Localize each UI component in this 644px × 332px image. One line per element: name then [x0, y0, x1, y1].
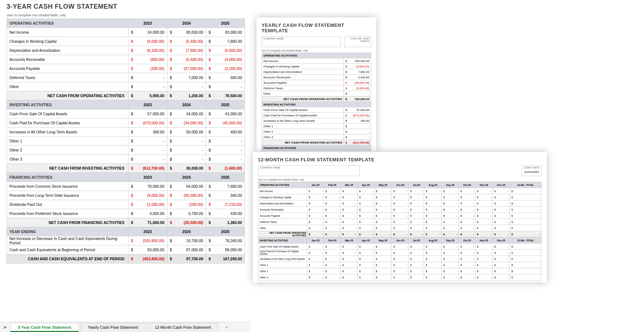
- monthly-cell[interactable]: $-: [357, 219, 374, 225]
- monthly-cell[interactable]: $-: [324, 194, 341, 200]
- monthly-cell[interactable]: $-: [510, 219, 542, 225]
- add-sheet-button[interactable]: +: [222, 324, 231, 330]
- monthly-cell[interactable]: $-: [307, 274, 324, 281]
- monthly-cell[interactable]: $-: [493, 256, 510, 262]
- monthly-cell[interactable]: $-: [307, 256, 324, 262]
- monthly-cell[interactable]: $-: [307, 200, 324, 207]
- monthly-cell[interactable]: $-: [374, 194, 392, 200]
- monthly-cell[interactable]: $-: [442, 244, 459, 250]
- monthly-cell[interactable]: $-: [324, 244, 341, 250]
- amount-cell[interactable]: $(3,200.00): [206, 64, 245, 73]
- amount-cell[interactable]: $43,000.00: [206, 109, 245, 119]
- monthly-cell[interactable]: $-: [374, 250, 392, 256]
- monthly-cell[interactable]: $-: [341, 250, 358, 256]
- amount-cell[interactable]: $(7,800.00): [167, 46, 206, 55]
- amount-cell[interactable]: $(5,600.00): [206, 46, 245, 55]
- monthly-cell[interactable]: $-: [424, 268, 442, 274]
- monthly-cell[interactable]: $-: [493, 207, 510, 213]
- monthly-cell[interactable]: $-: [374, 225, 392, 231]
- monthly-cell[interactable]: $-: [459, 262, 475, 268]
- monthly-cell[interactable]: $-: [442, 194, 459, 200]
- monthly-cell[interactable]: $-: [357, 200, 374, 207]
- monthly-cell[interactable]: $-: [392, 188, 409, 194]
- monthly-cell[interactable]: $-: [374, 188, 392, 194]
- monthly-cell[interactable]: $-: [442, 262, 459, 268]
- yearly-amount[interactable]: $57,000.00: [344, 107, 371, 113]
- monthly-cell[interactable]: $-: [392, 268, 409, 274]
- monthly-cell[interactable]: $-: [307, 250, 324, 256]
- monthly-cell[interactable]: $-: [475, 262, 493, 268]
- monthly-cell[interactable]: $-: [307, 262, 324, 268]
- monthly-cell[interactable]: $-: [341, 268, 358, 274]
- amount-cell[interactable]: $(9,000.00): [128, 191, 167, 200]
- monthly-cell[interactable]: $-: [341, 213, 358, 219]
- monthly-cell[interactable]: $-: [510, 200, 542, 207]
- amount-cell[interactable]: $(80,000.00): [167, 191, 206, 200]
- amount-cell[interactable]: $-: [128, 82, 167, 91]
- monthly-cell[interactable]: $-: [510, 194, 542, 200]
- monthly-cell[interactable]: $-: [341, 188, 358, 194]
- monthly-cell[interactable]: $-: [493, 200, 510, 207]
- monthly-cell[interactable]: $-: [442, 256, 459, 262]
- monthly-cell[interactable]: $-: [493, 262, 510, 268]
- monthly-cell[interactable]: $-: [307, 188, 324, 194]
- monthly-cell[interactable]: $-: [307, 194, 324, 200]
- monthly-cell[interactable]: $-: [392, 262, 409, 268]
- monthly-cell[interactable]: $-: [459, 274, 475, 281]
- monthly-cell[interactable]: $-: [374, 262, 392, 268]
- monthly-cell[interactable]: $-: [493, 268, 510, 274]
- amount-cell[interactable]: $(800.00): [128, 55, 167, 64]
- sheet-tab[interactable]: Yearly Cash Flow Statement: [80, 323, 145, 332]
- monthly-cell[interactable]: $-: [409, 256, 424, 262]
- monthly-cell[interactable]: $-: [307, 213, 324, 219]
- monthly-cell[interactable]: $-: [409, 274, 424, 281]
- monthly-cell[interactable]: $-: [357, 274, 374, 281]
- monthly-cell[interactable]: $-: [424, 219, 442, 225]
- monthly-cell[interactable]: $-: [392, 274, 409, 281]
- yearly-amount[interactable]: $-: [344, 134, 371, 140]
- monthly-cell[interactable]: $-: [493, 274, 510, 281]
- monthly-cell[interactable]: $-: [324, 268, 341, 274]
- monthly-cell[interactable]: $-: [357, 244, 374, 250]
- yearly-amount[interactable]: $590,400.00: [344, 58, 371, 64]
- amount-cell[interactable]: $(7,210.00): [206, 200, 245, 209]
- monthly-cell[interactable]: $-: [374, 244, 392, 250]
- monthly-cell[interactable]: $-: [442, 268, 459, 274]
- amount-cell[interactable]: $(8,100.00): [128, 46, 167, 55]
- amount-cell[interactable]: $34,000.00: [167, 109, 206, 119]
- amount-cell[interactable]: $-: [167, 146, 206, 155]
- monthly-cell[interactable]: $-: [424, 225, 442, 231]
- monthly-cell[interactable]: $-: [475, 250, 493, 256]
- monthly-cell[interactable]: $-: [459, 188, 475, 194]
- amount-cell[interactable]: $(67,000.00): [167, 64, 206, 73]
- monthly-cell[interactable]: $-: [459, 244, 475, 250]
- monthly-cell[interactable]: $-: [493, 225, 510, 231]
- monthly-cell[interactable]: $-: [442, 250, 459, 256]
- yearly-amount[interactable]: $(670,000.00): [344, 113, 371, 118]
- monthly-cell[interactable]: $-: [357, 256, 374, 262]
- yearly-amount[interactable]: $5,400.00: [344, 75, 371, 80]
- monthly-cell[interactable]: $-: [357, 194, 374, 200]
- amount-cell[interactable]: $50,000.00: [167, 128, 206, 137]
- monthly-cell[interactable]: $-: [493, 194, 510, 200]
- monthly-cell[interactable]: $-: [409, 244, 424, 250]
- monthly-cell[interactable]: $-: [493, 188, 510, 194]
- amount-cell[interactable]: $78,000.00: [128, 182, 167, 191]
- sheet-tab[interactable]: 12-Month Cash Flow Statement: [147, 323, 219, 332]
- monthly-cell[interactable]: $-: [475, 244, 493, 250]
- monthly-cell[interactable]: $-: [392, 200, 409, 207]
- amount-cell[interactable]: $(4,000.00): [206, 55, 245, 64]
- monthly-cell[interactable]: $-: [409, 219, 424, 225]
- monthly-cell[interactable]: $-: [475, 268, 493, 274]
- amount-cell[interactable]: $-: [128, 155, 167, 164]
- monthly-cell[interactable]: $-: [510, 207, 542, 213]
- monthly-cell[interactable]: $-: [409, 207, 424, 213]
- monthly-cell[interactable]: $-: [392, 250, 409, 256]
- monthly-cell[interactable]: $-: [424, 207, 442, 213]
- monthly-cell[interactable]: $-: [424, 200, 442, 207]
- monthly-cell[interactable]: $-: [510, 268, 542, 274]
- monthly-cell[interactable]: $-: [392, 244, 409, 250]
- monthly-cell[interactable]: $-: [392, 256, 409, 262]
- amount-cell[interactable]: $(535,800.00): [128, 236, 167, 245]
- monthly-cell[interactable]: $-: [475, 219, 493, 225]
